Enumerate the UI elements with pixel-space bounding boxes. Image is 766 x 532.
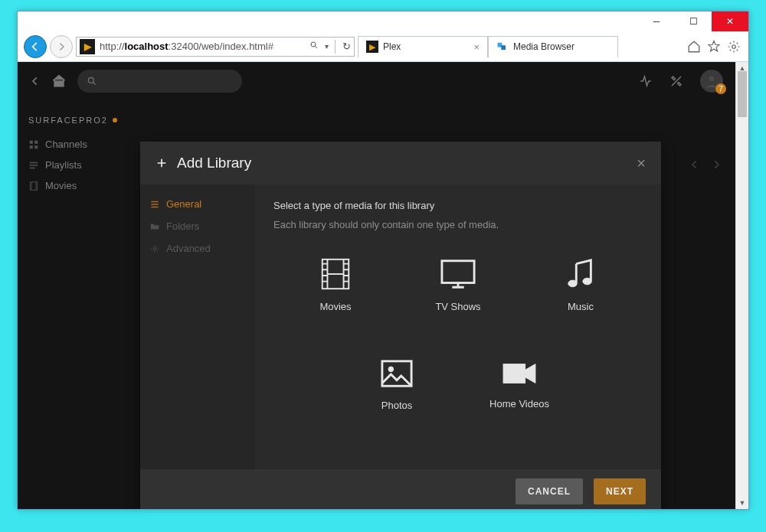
- step-general[interactable]: General: [149, 198, 246, 210]
- user-avatar[interactable]: 7: [700, 70, 723, 93]
- plex-app: 7 SURFACEPRO2 Channels Playlists: [18, 62, 735, 509]
- modal-footer: CANCEL NEXT: [140, 469, 661, 509]
- step-advanced[interactable]: Advanced: [149, 243, 246, 254]
- back-chevron-icon[interactable]: [30, 74, 41, 88]
- vertical-scrollbar[interactable]: ▲ ▼: [735, 62, 748, 509]
- media-type-tvshows[interactable]: TV Shows: [424, 256, 493, 312]
- svg-point-0: [311, 42, 316, 47]
- playlist-icon: [28, 160, 39, 171]
- nav-forward-button[interactable]: [50, 35, 73, 58]
- tab-label: Media Browser: [513, 41, 574, 52]
- browser-window: ─ ☐ ✕ ▶ http://localhost:32400/web/index…: [17, 11, 749, 510]
- arrow-left-icon: [29, 41, 41, 53]
- svg-rect-8: [30, 145, 33, 149]
- photo-icon: [379, 358, 414, 390]
- pager-prev-icon[interactable]: [689, 157, 700, 176]
- browser-toolbar: ▶ http://localhost:32400/web/index.html#…: [18, 31, 748, 62]
- refresh-icon[interactable]: ↻: [339, 41, 354, 52]
- media-type-label: TV Shows: [435, 301, 480, 312]
- media-type-label: Movies: [319, 301, 351, 312]
- svg-point-14: [568, 280, 577, 287]
- nav-back-button[interactable]: [24, 35, 47, 58]
- sidebar-item-label: Channels: [45, 139, 87, 150]
- plex-sidebar: SURFACEPRO2 Channels Playlists Movies: [18, 100, 133, 211]
- search-icon: [87, 76, 97, 86]
- media-type-music[interactable]: Music: [546, 256, 615, 312]
- close-icon[interactable]: ×: [637, 155, 646, 172]
- svg-rect-13: [442, 261, 474, 283]
- video-camera-icon: [500, 358, 538, 389]
- cancel-button[interactable]: CANCEL: [516, 478, 583, 504]
- address-bar[interactable]: ▶ http://localhost:32400/web/index.html#…: [76, 37, 355, 57]
- svg-rect-18: [503, 364, 525, 383]
- sidebar-item-channels[interactable]: Channels: [28, 134, 122, 155]
- url-text[interactable]: http://localhost:32400/web/index.html#: [98, 41, 307, 52]
- sidebar-item-playlists[interactable]: Playlists: [28, 155, 122, 175]
- instruction-title: Select a type of media for this library: [273, 200, 643, 211]
- window-titlebar: ─ ☐ ✕: [18, 11, 748, 31]
- pager-next-icon[interactable]: [711, 157, 722, 176]
- modal-header: Add Library ×: [140, 142, 661, 184]
- svg-point-11: [153, 247, 156, 250]
- svg-rect-2: [501, 45, 506, 50]
- step-label: Advanced: [166, 243, 211, 254]
- home-icon[interactable]: [686, 38, 702, 55]
- add-library-modal: Add Library × General Folders: [140, 142, 661, 509]
- status-dot-icon: [113, 118, 117, 122]
- gear-icon: [149, 243, 160, 254]
- activity-icon[interactable]: [639, 74, 653, 88]
- next-button[interactable]: NEXT: [594, 478, 646, 504]
- music-icon: [565, 256, 597, 292]
- plex-topbar: 7: [18, 62, 735, 100]
- step-folders[interactable]: Folders: [149, 220, 246, 232]
- modal-steps: General Folders Advanced: [140, 184, 255, 469]
- media-type-movies[interactable]: Movies: [301, 256, 370, 312]
- media-type-label: Home Videos: [489, 398, 549, 410]
- settings-icon[interactable]: [725, 38, 742, 55]
- search-icon[interactable]: [307, 41, 321, 52]
- alert-badge: 7: [715, 83, 726, 94]
- scroll-thumb[interactable]: [738, 71, 747, 117]
- media-type-label: Photos: [381, 400, 412, 411]
- plex-favicon-icon: ▶: [366, 41, 378, 53]
- address-drop-icon[interactable]: ▾: [321, 42, 332, 51]
- svg-rect-9: [34, 145, 38, 149]
- modal-content: Select a type of media for this library …: [255, 184, 661, 469]
- tab-media-browser[interactable]: Media Browser: [488, 36, 618, 57]
- tools-icon[interactable]: [669, 74, 683, 88]
- arrow-right-icon: [56, 41, 67, 52]
- close-icon[interactable]: ×: [473, 41, 480, 53]
- media-browser-favicon-icon: [496, 41, 509, 53]
- search-input[interactable]: [77, 70, 242, 93]
- home-icon[interactable]: [51, 73, 67, 89]
- media-type-photos[interactable]: Photos: [362, 358, 431, 411]
- svg-point-5: [709, 76, 715, 81]
- step-label: Folders: [166, 220, 199, 232]
- tab-plex[interactable]: ▶ Plex ×: [358, 36, 488, 57]
- sidebar-item-movies[interactable]: Movies: [28, 175, 122, 196]
- favorites-icon[interactable]: [705, 38, 722, 55]
- list-icon: [149, 199, 160, 210]
- folder-icon: [149, 221, 160, 232]
- tab-strip: ▶ Plex × Media Browser: [358, 36, 683, 57]
- window-maximize-button[interactable]: ☐: [675, 11, 712, 31]
- svg-rect-6: [30, 140, 33, 143]
- plex-favicon-icon: ▶: [80, 39, 95, 54]
- sidebar-item-label: Playlists: [45, 159, 82, 171]
- tv-icon: [439, 256, 477, 292]
- film-icon: [318, 256, 353, 292]
- media-type-homevideos[interactable]: Home Videos: [485, 358, 554, 411]
- modal-title: Add Library: [177, 155, 251, 171]
- window-close-button[interactable]: ✕: [712, 11, 748, 31]
- media-type-label: Music: [568, 301, 594, 312]
- server-name[interactable]: SURFACEPRO2: [28, 116, 122, 125]
- step-label: General: [166, 198, 201, 210]
- svg-point-17: [388, 367, 394, 372]
- window-minimize-button[interactable]: ─: [638, 11, 675, 31]
- tab-label: Plex: [383, 41, 401, 52]
- sidebar-item-label: Movies: [45, 180, 77, 191]
- instruction-subtitle: Each library should only contain one typ…: [273, 219, 643, 230]
- svg-point-15: [583, 278, 591, 285]
- grid-icon: [28, 139, 39, 150]
- scroll-down-icon[interactable]: ▼: [736, 497, 748, 509]
